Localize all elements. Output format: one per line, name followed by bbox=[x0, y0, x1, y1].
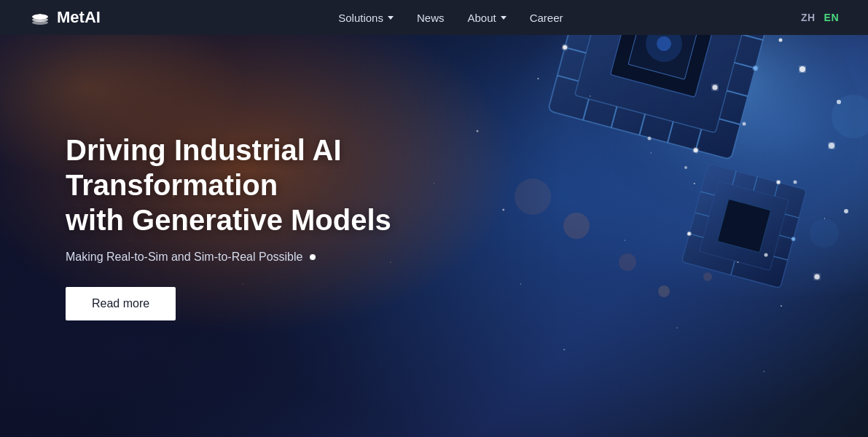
lang-en-button[interactable]: EN bbox=[824, 12, 839, 23]
language-switcher: ZH EN bbox=[801, 12, 839, 23]
subtitle-dot-icon bbox=[310, 254, 316, 260]
hero-content: Driving Industrial AI Transformation wit… bbox=[66, 133, 517, 320]
logo[interactable]: MetAI bbox=[29, 7, 101, 28]
nav-item-solutions[interactable]: Solutions bbox=[338, 12, 394, 24]
nav-item-about[interactable]: About bbox=[467, 12, 506, 24]
nav-links: Solutions News About Career bbox=[338, 12, 563, 24]
logo-icon bbox=[29, 7, 51, 28]
chevron-down-icon bbox=[388, 16, 394, 20]
navbar: MetAI Solutions News About Career ZH bbox=[0, 0, 868, 35]
lang-zh-button[interactable]: ZH bbox=[801, 12, 816, 23]
hero-title: Driving Industrial AI Transformation wit… bbox=[66, 133, 517, 237]
read-more-button[interactable]: Read more bbox=[66, 287, 176, 320]
logo-text: MetAI bbox=[57, 8, 101, 27]
chevron-down-icon bbox=[501, 16, 507, 20]
hero-subtitle: Making Real-to-Sim and Sim-to-Real Possi… bbox=[66, 251, 517, 264]
nav-item-career[interactable]: Career bbox=[530, 12, 563, 24]
nav-item-news[interactable]: News bbox=[417, 12, 445, 24]
hero-section: Driving Industrial AI Transformation wit… bbox=[0, 0, 868, 437]
